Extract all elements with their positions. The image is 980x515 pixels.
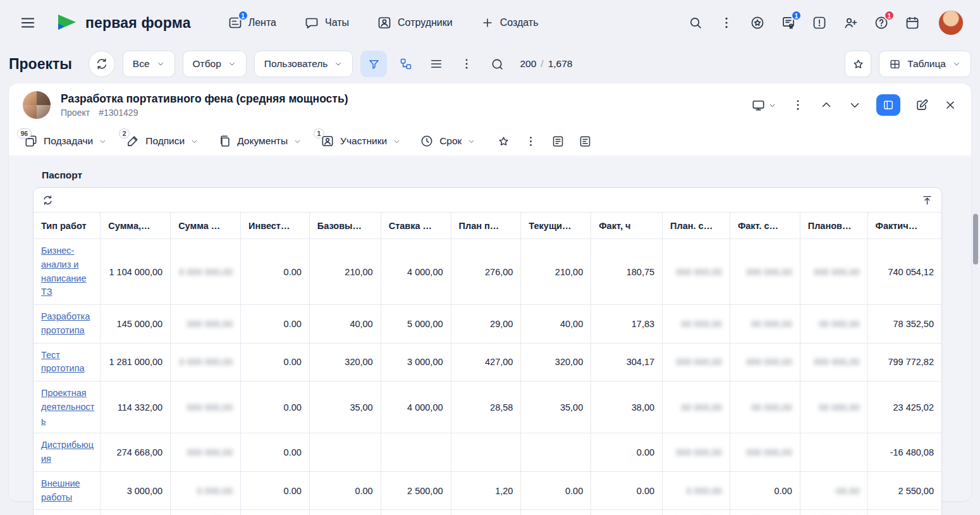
chevron-down-icon [228, 59, 236, 68]
filter-user-dropdown[interactable]: Пользователь [254, 51, 353, 77]
tabbar-more-button[interactable] [524, 135, 537, 148]
tab-deadline[interactable]: Срок [420, 134, 475, 148]
work-type-link[interactable]: Внешние работы [41, 478, 80, 502]
cell-value [381, 433, 451, 472]
help-button[interactable]: 1 [874, 15, 889, 30]
table-export-button[interactable] [921, 194, 933, 206]
cell-value: 29,00 [451, 305, 521, 344]
cell-value: 304,17 [591, 343, 663, 382]
records-total: 1,678 [548, 58, 573, 70]
column-header[interactable]: План. с… [663, 213, 730, 239]
column-header[interactable]: Ставка … [381, 213, 451, 239]
description-panel-button[interactable] [551, 135, 565, 148]
calendar-button[interactable] [905, 15, 920, 30]
cell-value: 0 000 000,00 [171, 343, 241, 382]
cell-value: 000 000,00 [663, 343, 730, 382]
favorite-view-button[interactable] [845, 51, 871, 77]
top-navbar: первая форма 1 Лента Чаты Сотрудники [0, 0, 980, 46]
work-type-link[interactable]: Бизнес-анализ и написание ТЗ [41, 245, 87, 297]
navbar-more-button[interactable] [719, 15, 734, 30]
cell-value: 799 772,82 [867, 343, 941, 382]
tab-participants[interactable]: 1 Участники [321, 134, 401, 148]
close-button[interactable] [943, 98, 957, 112]
tab-subtasks[interactable]: 96 Подзадачи [24, 134, 107, 148]
star-icon [497, 135, 510, 148]
edit-button[interactable] [915, 98, 929, 112]
tab-signatures[interactable]: 2 Подписи [126, 134, 199, 148]
display-mode-button[interactable] [751, 98, 776, 113]
cell-value: 0.00 [521, 471, 591, 510]
total-value [309, 510, 381, 515]
work-type-link[interactable]: Проектная деятельность [41, 388, 94, 426]
chevron-up-icon [819, 98, 833, 112]
project-avatar-group[interactable] [23, 91, 51, 119]
cell-value: 17,83 [591, 305, 663, 344]
column-header[interactable]: Сумма … [171, 213, 241, 239]
previous-task-button[interactable] [819, 98, 833, 112]
panel-layout-icon [882, 99, 895, 111]
cell-value: 0.00 [309, 471, 381, 510]
toolbar-search-button[interactable] [486, 52, 508, 76]
hamburger-icon [20, 15, 36, 31]
app-logo[interactable]: первая форма [56, 13, 191, 33]
delegation-button[interactable] [843, 15, 858, 30]
column-header[interactable]: Факт, ч [591, 213, 663, 239]
kebab-icon [460, 57, 474, 71]
column-header[interactable]: Базовы… [309, 213, 381, 239]
user-avatar[interactable] [938, 10, 964, 35]
certificates-button[interactable]: 1 [781, 15, 796, 30]
main-menu-button[interactable] [16, 11, 39, 35]
work-type-link[interactable]: Разработка прототипа [41, 311, 90, 335]
project-card-header: Разработка портативного фена (средняя мо… [9, 84, 971, 127]
cell-value: 0.00 [240, 305, 309, 344]
view-mode-select[interactable]: Таблица [879, 51, 971, 77]
project-card: Разработка портативного фена (средняя мо… [9, 84, 971, 501]
column-header[interactable]: Планов… [800, 213, 867, 239]
cell-value: 2 500,00 [381, 471, 451, 510]
column-header[interactable]: Текущи… [521, 213, 591, 239]
filter-toggle-button[interactable] [360, 51, 387, 77]
column-header[interactable]: Факт. с… [730, 213, 800, 239]
global-search-button[interactable] [688, 15, 703, 30]
cell-value: 40,00 [521, 305, 591, 344]
list-view-button[interactable] [425, 52, 448, 76]
cell-value: 0.00 [240, 239, 309, 305]
hierarchy-view-button[interactable] [395, 52, 417, 76]
nav-employees[interactable]: Сотрудники [377, 15, 453, 30]
nav-feed-label: Лента [248, 17, 276, 28]
tab-deadline-label: Срок [439, 135, 462, 147]
cell-value [309, 433, 381, 472]
tab-documents[interactable]: Документы [217, 134, 302, 148]
next-task-button[interactable] [848, 98, 862, 112]
nav-chats[interactable]: Чаты [304, 15, 349, 30]
favorites-button[interactable] [750, 15, 765, 30]
work-type-link[interactable]: Дистрибьюция [41, 440, 94, 464]
favorite-task-button[interactable] [497, 135, 510, 148]
filter-all-dropdown[interactable]: Все [123, 51, 175, 77]
table-refresh-button[interactable] [42, 194, 54, 206]
column-header[interactable]: План п… [451, 213, 521, 239]
chevron-down-icon [334, 59, 343, 68]
alerts-button[interactable] [812, 15, 827, 30]
nav-create[interactable]: Создать [481, 16, 539, 30]
hierarchy-icon [399, 57, 413, 71]
nav-feed[interactable]: 1 Лента [228, 15, 276, 30]
column-header[interactable]: Фактич… [867, 213, 941, 239]
total-value: 0 000 000,0 [171, 510, 241, 515]
work-type-link[interactable]: Тест прототипа [41, 350, 85, 374]
navbar-actions: 1 1 [688, 10, 964, 35]
column-header[interactable]: Сумма,… [101, 213, 171, 239]
summary-panel-button[interactable] [579, 135, 592, 148]
cell-value: 00 000,00 [800, 305, 867, 344]
edit-icon [915, 98, 929, 112]
side-panel-toggle-button[interactable] [876, 94, 900, 116]
refresh-button[interactable] [89, 51, 115, 77]
filter-selection-dropdown[interactable]: Отбор [183, 51, 247, 77]
column-header[interactable]: Тип работ [34, 213, 101, 239]
toolbar-more-button[interactable] [455, 52, 478, 76]
page-scrollbar-thumb[interactable] [973, 214, 978, 264]
column-header[interactable]: Инвест… [240, 213, 309, 239]
cell-value: -16 480,08 [867, 433, 941, 472]
card-more-button[interactable] [791, 98, 805, 112]
cell-work-type: Проектная деятельность [34, 382, 101, 433]
